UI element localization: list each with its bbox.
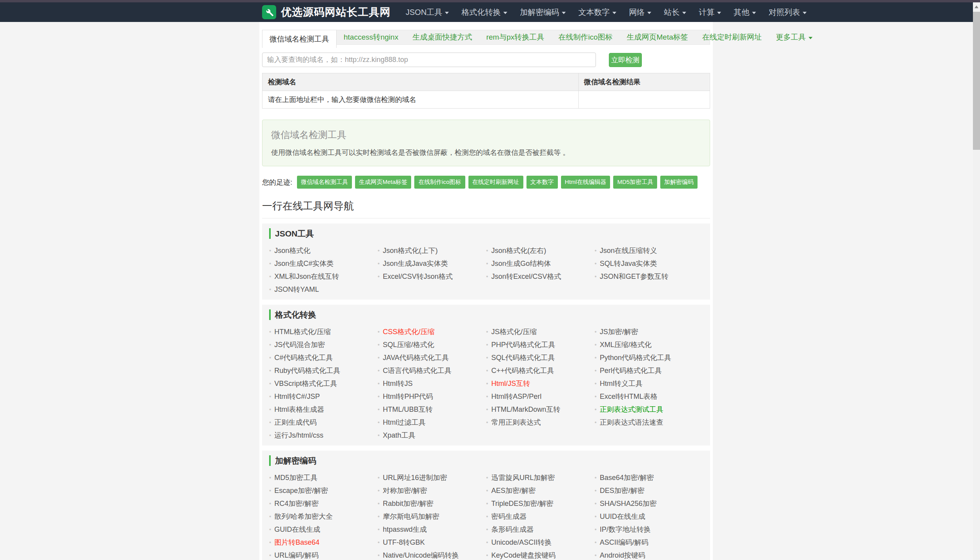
tool-link[interactable]: •Xpath工具 [378,429,486,442]
tool-link[interactable]: •RC4加密/解密 [269,497,378,510]
tool-link[interactable]: •Excel转HTML表格 [595,390,703,403]
nav-menu-item[interactable]: 文本数字 [572,2,623,22]
nav-menu-item[interactable]: 计算 [692,2,727,22]
tool-link[interactable]: •Json格式化(上下) [378,244,486,257]
tool-link[interactable]: •Unicode/ASCII转换 [486,536,595,549]
tool-link[interactable]: •Html转JS [378,377,486,390]
tool-link[interactable]: •JAVA代码格式化工具 [378,351,486,364]
tool-link[interactable]: •Json生成Java实体类 [378,257,486,270]
tool-link[interactable]: •Ruby代码格式化工具 [269,364,378,377]
footprint-tag[interactable]: Html在线编辑器 [561,176,610,189]
footprint-tag[interactable]: 微信域名检测工具 [297,176,352,189]
tool-link[interactable]: •C语言代码格式化工具 [378,364,486,377]
tool-link[interactable]: •Perl代码格式化工具 [595,364,703,377]
tool-link[interactable]: •Native/Unicode编码转换 [378,549,486,560]
tab-item[interactable]: rem与px转换工具 [479,30,551,44]
tool-link[interactable]: •MD5加密工具 [269,471,378,484]
tool-link[interactable]: •图片转Base64 [269,536,378,549]
footprint-tag[interactable]: MD5加密工具 [613,176,657,189]
tool-link[interactable]: •常用正则表达式 [486,416,595,429]
tool-link[interactable]: •Escape加密/解密 [269,484,378,497]
scrollbar-up-arrow-icon[interactable] [975,5,978,8]
tool-link[interactable]: •对称加密/解密 [378,484,486,497]
tool-link[interactable]: •IP/数字地址转换 [595,523,703,536]
scrollbar-thumb[interactable] [973,12,980,150]
tool-link[interactable]: •Base64加密/解密 [595,471,703,484]
nav-menu-item[interactable]: 格式化转换 [455,2,514,22]
tool-link[interactable]: •DES加密/解密 [595,484,703,497]
tool-link[interactable]: •VBScript格式化工具 [269,377,378,390]
tool-link[interactable]: •HTML格式化/压缩 [269,325,378,338]
tool-link[interactable]: •Html表格生成器 [269,403,378,416]
tool-link[interactable]: •PHP代码格式化工具 [486,338,595,351]
tab-item[interactable]: 更多工具 [769,30,820,44]
tool-link[interactable]: •HTML/MarkDown互转 [486,403,595,416]
tool-link[interactable]: •SQL压缩/格式化 [378,338,486,351]
tool-link[interactable]: •Json在线压缩转义 [595,244,703,257]
tab-item[interactable]: 生成桌面快捷方式 [405,30,479,44]
browser-scrollbar[interactable] [973,2,980,560]
nav-menu-item[interactable]: 加解密编码 [514,2,572,22]
tool-link[interactable]: •Excel/CSV转Json格式 [378,270,486,283]
tool-link[interactable]: •JS格式化/压缩 [486,325,595,338]
tool-link[interactable]: •条形码生成器 [486,523,595,536]
tool-link[interactable]: •htpasswd生成 [378,523,486,536]
tool-link[interactable]: •摩尔斯电码加解密 [378,510,486,523]
tool-link[interactable]: •AES加密/解密 [486,484,595,497]
tool-link[interactable]: •XML压缩/格式化 [595,338,703,351]
tool-link[interactable]: •Json生成Go结构体 [486,257,595,270]
tool-link[interactable]: •C++代码格式化工具 [486,364,595,377]
tool-link[interactable]: •正则表达式语法速查 [595,416,703,429]
tool-link[interactable]: •Html/JS互转 [486,377,595,390]
tab-item[interactable]: 在线制作ico图标 [551,30,619,44]
tool-link[interactable]: •JS加密/解密 [595,325,703,338]
tool-link[interactable]: •运行Js/html/css [269,429,378,442]
tool-link[interactable]: •JSON和GET参数互转 [595,270,703,283]
tool-link[interactable]: •SQL转Java实体类 [595,257,703,270]
tool-link[interactable]: •Rabbit加密/解密 [378,497,486,510]
tool-link[interactable]: •UTF-8转GBK [378,536,486,549]
tool-link[interactable]: •URL编码/解码 [269,549,378,560]
tool-link[interactable]: •Html转PHP代码 [378,390,486,403]
tool-link[interactable]: •Html转C#/JSP [269,390,378,403]
nav-menu-item[interactable]: JSON工具 [399,2,455,22]
tool-link[interactable]: •KeyCode键盘按键码 [486,549,595,560]
footprint-tag[interactable]: 加解密编码 [660,176,698,189]
tool-link[interactable]: •Html转ASP/Perl [486,390,595,403]
tool-link[interactable]: •CSS格式化/压缩 [378,325,486,338]
tool-link[interactable]: •HTML/UBB互转 [378,403,486,416]
tool-link[interactable]: •迅雷旋风URL加解密 [486,471,595,484]
tool-link[interactable]: •C#代码格式化工具 [269,351,378,364]
tab-item[interactable]: htaccess转nginx [337,30,405,44]
tab-item[interactable]: 生成网页Meta标签 [620,30,695,44]
tool-link[interactable]: •Android按键码 [595,549,703,560]
tool-link[interactable]: •SHA/SHA256加密 [595,497,703,510]
tool-link[interactable]: •XML和Json在线互转 [269,270,378,283]
site-logo[interactable] [262,5,276,19]
tool-link[interactable]: •GUID在线生成 [269,523,378,536]
tool-link[interactable]: •Python代码格式化工具 [595,351,703,364]
domain-input[interactable] [262,53,596,67]
footprint-tag[interactable]: 生成网页Meta标签 [355,176,411,189]
tool-link[interactable]: •正则生成代码 [269,416,378,429]
footprint-tag[interactable]: 在线制作ico图标 [414,176,465,189]
tool-link[interactable]: •散列/哈希加密大全 [269,510,378,523]
tool-link[interactable]: •Html过滤工具 [378,416,486,429]
tool-link[interactable]: •URL网址16进制加密 [378,471,486,484]
check-now-button[interactable]: 立即检测 [609,53,642,67]
tool-link[interactable]: •Json转Excel/CSV格式 [486,270,595,283]
tool-link[interactable]: •TripleDES加密/解密 [486,497,595,510]
nav-menu-item[interactable]: 站长 [658,2,692,22]
tool-link[interactable]: •JS代码混合加密 [269,338,378,351]
tool-link[interactable]: •Json生成C#实体类 [269,257,378,270]
tab-item[interactable]: 在线定时刷新网址 [695,30,769,44]
nav-menu-item[interactable]: 对照列表 [762,2,813,22]
tool-link[interactable]: •正则表达式测试工具 [595,403,703,416]
footprint-tag[interactable]: 在线定时刷新网址 [468,176,523,189]
nav-menu-item[interactable]: 网络 [623,2,658,22]
tool-link[interactable]: •SQL代码格式化工具 [486,351,595,364]
tool-link[interactable]: •UUID在线生成 [595,510,703,523]
tool-link[interactable]: •Html转义工具 [595,377,703,390]
tool-link[interactable]: •JSON转YAML [269,283,378,296]
footprint-tag[interactable]: 文本数字 [526,176,558,189]
